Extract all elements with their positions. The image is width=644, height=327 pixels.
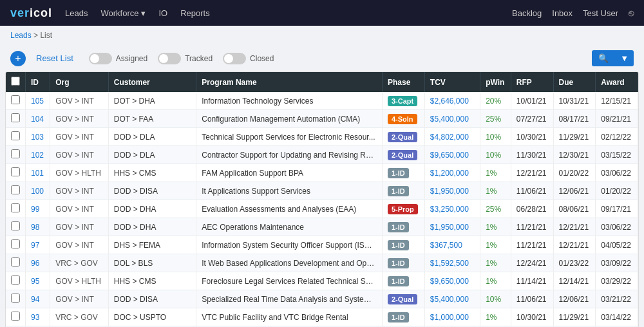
row-checkbox[interactable] <box>6 308 26 326</box>
row-award: 03/15/22 <box>596 146 638 164</box>
row-customer: DOL > BLS <box>108 254 196 272</box>
row-program: It Applications Support Services <box>196 182 383 200</box>
row-program: FAM Application Support BPA <box>196 164 383 182</box>
nav-inbox[interactable]: Inbox <box>552 8 573 18</box>
row-checkbox[interactable] <box>6 290 26 308</box>
tracked-label: Tracked <box>185 54 213 63</box>
col-id[interactable]: ID <box>26 72 50 92</box>
row-pwin: 1% <box>480 218 511 236</box>
col-customer[interactable]: Customer <box>108 72 196 92</box>
closed-toggle[interactable] <box>223 53 246 64</box>
toolbar: + Reset List Assigned Tracked Closed 🔍 ▼ <box>0 45 644 71</box>
reset-list-button[interactable]: Reset List <box>36 53 73 63</box>
row-program: Information System Security Officer Supp… <box>196 236 383 254</box>
nav-backlog[interactable]: Backlog <box>512 8 542 18</box>
table-row[interactable]: 104 GOV > INT DOT > FAA Configuration Ma… <box>6 110 638 128</box>
row-checkbox[interactable] <box>6 236 26 254</box>
row-tcv: $5,400,000 <box>424 110 480 128</box>
table-row[interactable]: 95 GOV > HLTH HHS > CMS Foreclosure Lega… <box>6 272 638 290</box>
add-button[interactable]: + <box>10 51 26 66</box>
col-award[interactable]: Award <box>596 72 638 92</box>
row-phase: 2-Qual <box>382 146 424 164</box>
col-due[interactable]: Due <box>553 72 596 92</box>
nav-io[interactable]: IO <box>158 8 167 18</box>
row-rfp: 11/06/21 <box>511 182 553 200</box>
row-checkbox[interactable] <box>6 218 26 236</box>
table-row[interactable]: 98 GOV > INT DOD > DHA AEC Operations Ma… <box>6 218 638 236</box>
nav-user[interactable]: Test User <box>583 8 618 18</box>
row-checkbox[interactable] <box>6 92 26 110</box>
row-checkbox[interactable] <box>6 272 26 290</box>
row-award: 03/09/22 <box>596 254 638 272</box>
logout-icon[interactable]: ⎋ <box>629 8 634 18</box>
row-checkbox[interactable] <box>6 128 26 146</box>
select-all-checkbox[interactable] <box>11 77 20 86</box>
search-button[interactable]: 🔍 <box>592 50 615 66</box>
row-due: 12/21/21 <box>553 236 596 254</box>
row-award: 03/06/22 <box>596 164 638 182</box>
row-customer: DOT > FAA <box>108 110 196 128</box>
col-program[interactable]: Program Name <box>196 72 383 92</box>
row-checkbox[interactable] <box>6 146 26 164</box>
row-due: 11/29/21 <box>553 128 596 146</box>
row-customer: HHS > CMS <box>108 272 196 290</box>
row-checkbox[interactable] <box>6 164 26 182</box>
row-checkbox[interactable] <box>6 182 26 200</box>
row-org: GOV > INT <box>50 128 109 146</box>
row-rfp: 10/01/21 <box>511 92 553 110</box>
row-checkbox[interactable] <box>6 110 26 128</box>
row-customer: DOD > DHA <box>108 218 196 236</box>
row-phase: 1-ID <box>382 254 424 272</box>
breadcrumb-leads[interactable]: Leads <box>10 31 32 40</box>
nav-leads[interactable]: Leads <box>65 8 88 18</box>
row-tcv: $3,250,000 <box>424 200 480 218</box>
brand-logo: vericol <box>10 6 52 20</box>
row-phase: 1-ID <box>382 236 424 254</box>
row-program: Technical Support Services for Electroni… <box>196 128 383 146</box>
table-row[interactable]: 101 GOV > HLTH HHS > CMS FAM Application… <box>6 164 638 182</box>
row-pwin: 20% <box>480 92 511 110</box>
row-customer: DOD > DHA <box>108 200 196 218</box>
nav-workforce[interactable]: Workforce ▾ <box>100 8 146 18</box>
table-row[interactable]: 96 VRC > GOV DOL > BLS It Web Based Appl… <box>6 254 638 272</box>
row-tcv: $1,000,000 <box>424 308 480 326</box>
row-rfp: 11/06/21 <box>511 290 553 308</box>
tracked-toggle[interactable] <box>158 53 181 64</box>
col-tcv[interactable]: TCV <box>424 72 480 92</box>
row-id: 95 <box>26 272 50 290</box>
col-rfp[interactable]: RFP <box>511 72 553 92</box>
table-row[interactable]: 105 GOV > INT DOT > DHA Information Tech… <box>6 92 638 110</box>
row-org: GOV > INT <box>50 218 109 236</box>
table-row[interactable]: 103 GOV > INT DOD > DLA Technical Suppor… <box>6 128 638 146</box>
col-checkbox[interactable] <box>6 72 26 92</box>
row-award: 03/06/22 <box>596 218 638 236</box>
table-row[interactable]: 94 GOV > INT DOD > DISA Specialized Real… <box>6 290 638 308</box>
row-id: 100 <box>26 182 50 200</box>
filter-button[interactable]: ▼ <box>615 50 634 66</box>
assigned-toggle[interactable] <box>89 53 112 64</box>
table-row[interactable]: 99 GOV > INT DOD > DHA Evaluation Assess… <box>6 200 638 218</box>
table-row[interactable]: 100 GOV > INT DOD > DISA It Applications… <box>6 182 638 200</box>
assigned-label: Assigned <box>116 54 147 63</box>
nav-right: Backlog Inbox Test User ⎋ <box>512 8 634 18</box>
breadcrumb-sep: > <box>33 31 40 40</box>
row-id: 97 <box>26 236 50 254</box>
row-program: AEC Operations Maintenance <box>196 218 383 236</box>
col-phase[interactable]: Phase <box>382 72 424 92</box>
row-customer: DOC > USPTO <box>108 308 196 326</box>
row-id: 99 <box>26 200 50 218</box>
col-pwin[interactable]: pWin <box>480 72 511 92</box>
row-phase: 4-Soln <box>382 110 424 128</box>
row-checkbox[interactable] <box>6 254 26 272</box>
row-pwin: 1% <box>480 182 511 200</box>
row-tcv: $1,950,000 <box>424 182 480 200</box>
row-org: GOV > INT <box>50 236 109 254</box>
table-row[interactable]: 102 GOV > INT DOD > DLA Contractor Suppo… <box>6 146 638 164</box>
col-org[interactable]: Org <box>50 72 109 92</box>
row-award: 03/29/22 <box>596 272 638 290</box>
table-row[interactable]: 93 VRC > GOV DOC > USPTO VTC Public Faci… <box>6 308 638 326</box>
row-org: GOV > INT <box>50 92 109 110</box>
nav-reports[interactable]: Reports <box>180 8 210 18</box>
table-row[interactable]: 97 GOV > INT DHS > FEMA Information Syst… <box>6 236 638 254</box>
row-checkbox[interactable] <box>6 200 26 218</box>
